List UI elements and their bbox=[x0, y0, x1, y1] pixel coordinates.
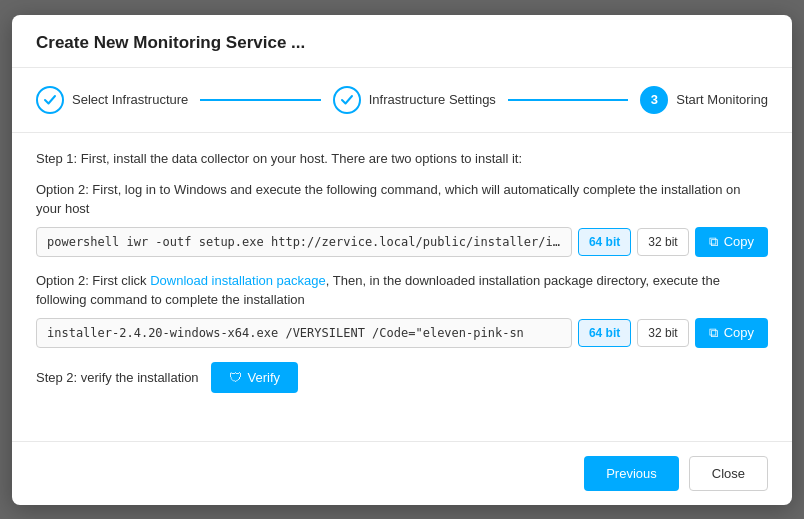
option1-text: Option 2: First, log in to Windows and e… bbox=[36, 180, 768, 219]
step1-description: Step 1: First, install the data collecto… bbox=[36, 151, 768, 166]
step3-circle: 3 bbox=[640, 86, 668, 114]
option2-64bit-button[interactable]: 64 bit bbox=[578, 319, 631, 347]
step3-label: Start Monitoring bbox=[676, 92, 768, 107]
check-icon bbox=[43, 93, 57, 107]
step2-verify-row: Step 2: verify the installation 🛡 Verify bbox=[36, 362, 768, 393]
step-infrastructure-settings: Infrastructure Settings bbox=[333, 86, 496, 114]
option1-copy-label: Copy bbox=[724, 234, 754, 249]
download-link[interactable]: Download installation package bbox=[150, 273, 326, 288]
dialog-body: Step 1: First, install the data collecto… bbox=[12, 133, 792, 441]
check-icon-2 bbox=[340, 93, 354, 107]
step3-number: 3 bbox=[651, 92, 658, 107]
verify-button[interactable]: 🛡 Verify bbox=[211, 362, 299, 393]
step1-circle bbox=[36, 86, 64, 114]
previous-button[interactable]: Previous bbox=[584, 456, 679, 491]
option2-32bit-button[interactable]: 32 bit bbox=[637, 319, 688, 347]
shield-icon: 🛡 bbox=[229, 370, 242, 385]
copy-icon-2: ⧉ bbox=[709, 325, 718, 341]
option2-text: Option 2: First click Download installat… bbox=[36, 271, 768, 310]
option2-copy-label: Copy bbox=[724, 325, 754, 340]
step-start-monitoring: 3 Start Monitoring bbox=[640, 86, 768, 114]
option2-block: Option 2: First click Download installat… bbox=[36, 271, 768, 348]
step-line-2 bbox=[508, 99, 628, 101]
close-button[interactable]: Close bbox=[689, 456, 768, 491]
dialog-title: Create New Monitoring Service ... bbox=[12, 15, 792, 68]
stepper: Select Infrastructure Infrastructure Set… bbox=[12, 68, 792, 133]
option2-command-input[interactable]: installer-2.4.20-windows-x64.exe /VERYSI… bbox=[36, 318, 572, 348]
copy-icon-1: ⧉ bbox=[709, 234, 718, 250]
option1-block: Option 2: First, log in to Windows and e… bbox=[36, 180, 768, 257]
step2-label: Infrastructure Settings bbox=[369, 92, 496, 107]
option2-text-before: Option 2: First click bbox=[36, 273, 150, 288]
step2-label: Step 2: verify the installation bbox=[36, 370, 199, 385]
option1-copy-button[interactable]: ⧉ Copy bbox=[695, 227, 768, 257]
create-monitoring-dialog: Create New Monitoring Service ... Select… bbox=[12, 15, 792, 505]
step1-label: Select Infrastructure bbox=[72, 92, 188, 107]
step2-circle bbox=[333, 86, 361, 114]
step-select-infrastructure: Select Infrastructure bbox=[36, 86, 188, 114]
option1-command-row: powershell iwr -outf setup.exe http://ze… bbox=[36, 227, 768, 257]
option1-32bit-button[interactable]: 32 bit bbox=[637, 228, 688, 256]
verify-label: Verify bbox=[248, 370, 281, 385]
option2-copy-button[interactable]: ⧉ Copy bbox=[695, 318, 768, 348]
option1-64bit-button[interactable]: 64 bit bbox=[578, 228, 631, 256]
dialog-footer: Previous Close bbox=[12, 441, 792, 505]
step-line-1 bbox=[200, 99, 320, 101]
option1-command-input[interactable]: powershell iwr -outf setup.exe http://ze… bbox=[36, 227, 572, 257]
option2-command-row: installer-2.4.20-windows-x64.exe /VERYSI… bbox=[36, 318, 768, 348]
